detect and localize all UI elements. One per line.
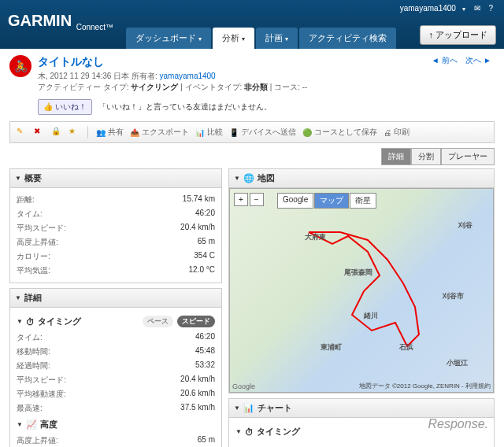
- map-place-label: 刈谷: [458, 220, 472, 231]
- upload-button[interactable]: ↑ アップロード: [420, 25, 496, 45]
- summary-panel: ▼概要 距離:15.74 kmタイム:46:20平均スピード:20.4 km/h…: [9, 168, 222, 283]
- map-attribution: 地図データ ©2012 Google, ZENRIN - 利用規約: [359, 382, 491, 390]
- cycling-icon: 🚴: [9, 55, 32, 77]
- owner-link[interactable]: yamayama1400: [160, 72, 216, 80]
- app-header: GARMIN Connect™ yamayama1400▾ ✉ ? ダッシュボー…: [0, 0, 504, 49]
- view-detail[interactable]: 詳細: [381, 148, 411, 165]
- map-provider: Google: [232, 382, 255, 390]
- stat-row: 距離:15.74 km: [17, 193, 215, 207]
- tab-analyze[interactable]: 分析▾: [213, 28, 254, 49]
- map-place-label: 緒川: [364, 311, 378, 321]
- like-button[interactable]: 👍 いいね！: [38, 99, 92, 115]
- stat-row: タイム:46:20: [17, 331, 215, 345]
- device-link[interactable]: 📱 デバイスへ送信: [229, 127, 296, 138]
- stat-row: 平均移動速度:20.6 km/h: [17, 387, 215, 401]
- lock-icon[interactable]: 🔒: [51, 127, 62, 138]
- map-canvas[interactable]: + − Google マップ 衛星 大府東刈谷尾張森岡緒川東浦町石浜刈谷市小垣江…: [229, 188, 494, 393]
- view-split[interactable]: 分割: [411, 148, 441, 165]
- tab-search[interactable]: アクティビティ検索: [299, 28, 396, 49]
- logo: GARMIN Connect™: [8, 12, 113, 31]
- prev-link[interactable]: ◄ 前へ: [432, 56, 458, 65]
- edit-icon[interactable]: ✎: [17, 127, 28, 138]
- stat-row: 平均気温:12.0 °C: [17, 264, 215, 278]
- pager: ◄ 前へ 次へ ►: [428, 55, 495, 66]
- activity-type: アクティビティー タイプ: サイクリング | イベントタイプ: 非分類 | コー…: [38, 82, 307, 93]
- map-place-label: 大府東: [305, 232, 326, 242]
- help-icon[interactable]: ?: [488, 4, 493, 13]
- map-place-label: 東浦町: [321, 342, 342, 353]
- tab-dashboard[interactable]: ダッシュボード▾: [126, 28, 211, 49]
- print-link[interactable]: 🖨 印刷: [384, 127, 410, 138]
- stat-row: 最高速:37.5 km/h: [17, 401, 215, 416]
- stat-row: 経過時間:53:32: [17, 359, 215, 373]
- stat-row: 高度上昇値:65 m: [17, 235, 215, 249]
- stat-row: 平均スピード:20.4 km/h: [17, 221, 215, 235]
- mail-icon[interactable]: ✉: [474, 4, 480, 13]
- main-nav: ダッシュボード▾ 分析▾ 計画▾ アクティビティ検索: [126, 28, 396, 49]
- map-place-label: 小垣江: [447, 358, 468, 368]
- watermark: Response.: [428, 417, 489, 431]
- map-panel: ▼🌐 地図 + − Google マップ 衛星 大府東刈谷尾張森岡緒川東浦町石浜…: [228, 168, 495, 393]
- speed-pill[interactable]: スピード: [177, 316, 215, 327]
- next-link[interactable]: 次へ ►: [465, 56, 491, 65]
- map-place-label: 尾張森岡: [344, 268, 372, 278]
- delete-icon[interactable]: ✖: [34, 127, 45, 138]
- like-bar: 👍 いいね！ 「いいね！」と言っている友達はまだいません。: [38, 99, 495, 115]
- user-menu[interactable]: yamayama1400▾ ✉ ?: [397, 4, 496, 13]
- detail-panel: ▼詳細 ▼⏱ タイミング ペース スピード タイム:46:20移動時間:45:4…: [9, 288, 222, 447]
- map-place-label: 刈谷市: [443, 291, 464, 301]
- view-tabs: 詳細 分割 プレーヤー: [9, 148, 495, 165]
- star-icon[interactable]: ★: [69, 127, 80, 138]
- compare-link[interactable]: 📊 比較: [195, 127, 223, 138]
- stat-row: 高度上昇値:65 m: [17, 434, 215, 447]
- map-place-label: 石浜: [399, 342, 413, 353]
- stat-row: カロリー:354 C: [17, 249, 215, 264]
- view-player[interactable]: プレーヤー: [441, 148, 495, 165]
- stat-row: タイム:46:20: [17, 207, 215, 221]
- pace-pill[interactable]: ペース: [143, 316, 173, 327]
- tab-plan[interactable]: 計画▾: [256, 28, 298, 49]
- activity-title: タイトルなし: [38, 55, 307, 69]
- stat-row: 移動時間:45:48: [17, 345, 215, 359]
- course-link[interactable]: 🟢 コースとして保存: [302, 127, 377, 138]
- export-link[interactable]: 📤 エクスポート: [130, 127, 189, 138]
- activity-header: 🚴 タイトルなし 木, 2012 11 29 14:36 日本 所有者: yam…: [9, 55, 495, 93]
- action-toolbar: ✎ ✖ 🔒 ★ 👥 共有 📤 エクスポート 📊 比較 📱 デバイスへ送信 🟢 コ…: [9, 121, 495, 143]
- activity-meta: 木, 2012 11 29 14:36 日本 所有者: yamayama1400: [38, 71, 307, 82]
- share-link[interactable]: 👥 共有: [96, 127, 124, 138]
- stat-row: 平均スピード:20.4 km/h: [17, 373, 215, 387]
